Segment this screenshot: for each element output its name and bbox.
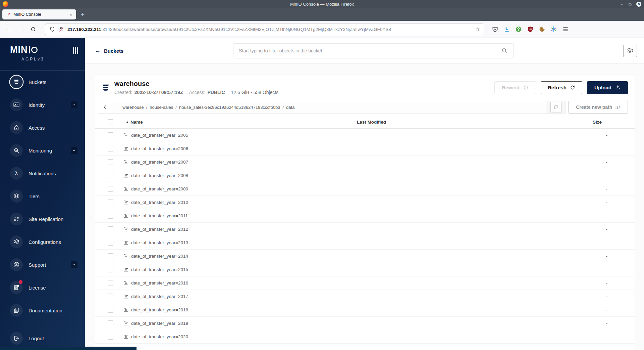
breadcrumb-segment[interactable]: data xyxy=(286,105,294,110)
cookie-icon[interactable] xyxy=(539,26,545,33)
object-name[interactable]: date_of_transfer_year=2007 xyxy=(131,160,188,165)
table-row[interactable]: date_of_transfer_year=2005 - xyxy=(95,128,635,142)
object-name[interactable]: date_of_transfer_year=2020 xyxy=(131,334,188,339)
column-size[interactable]: Size xyxy=(593,116,635,128)
object-name[interactable]: date_of_transfer_year=2013 xyxy=(131,240,188,245)
object-name[interactable]: date_of_transfer_year=2006 xyxy=(131,146,188,151)
row-checkbox[interactable] xyxy=(108,294,113,299)
table-row[interactable]: date_of_transfer_year=2013 - xyxy=(95,236,635,249)
upload-button[interactable]: Upload xyxy=(587,81,628,94)
row-checkbox[interactable] xyxy=(108,240,113,246)
table-row[interactable]: date_of_transfer_year=2018 - xyxy=(95,303,635,316)
sort-asc-icon[interactable]: ▲ xyxy=(126,120,129,124)
table-row[interactable]: date_of_transfer_year=2016 - xyxy=(95,276,635,290)
breadcrumb-segment[interactable]: house-sales xyxy=(150,105,173,110)
sidebar-item-buckets[interactable]: Buckets xyxy=(0,71,85,93)
back-to-buckets-link[interactable]: ← Buckets xyxy=(95,47,123,54)
table-row[interactable]: date_of_transfer_year=2006 - xyxy=(95,142,635,155)
object-name[interactable]: date_of_transfer_year=2008 xyxy=(131,173,188,178)
container-icon[interactable] xyxy=(550,26,557,33)
create-new-path-button[interactable]: Create new path :// xyxy=(568,101,628,114)
object-name[interactable]: date_of_transfer_year=2012 xyxy=(131,227,188,232)
privacy-badger-icon[interactable] xyxy=(515,26,522,33)
refresh-button[interactable]: Refresh xyxy=(541,81,582,94)
row-checkbox[interactable] xyxy=(108,226,113,232)
sidebar-item-configurations[interactable]: Configurations xyxy=(0,230,85,253)
row-checkbox[interactable] xyxy=(108,320,113,326)
object-name[interactable]: date_of_transfer_year=2019 xyxy=(131,321,188,326)
breadcrumb-segment[interactable]: warehouse xyxy=(122,105,144,110)
table-row[interactable]: date_of_transfer_year=2019 - xyxy=(95,316,635,330)
forward-icon[interactable]: → xyxy=(16,24,26,34)
table-row[interactable]: date_of_transfer_year=2008 - xyxy=(95,169,635,182)
breadcrumb-segment[interactable]: house_sales-3ec96c19a6244d5186247193cccf… xyxy=(179,105,280,110)
url-bar[interactable]: 217.160.222.211:31429/buckets/warehouse/… xyxy=(45,24,484,35)
object-name[interactable]: date_of_transfer_year=2015 xyxy=(131,267,188,272)
object-name[interactable]: date_of_transfer_year=2010 xyxy=(131,200,188,205)
table-row[interactable]: date_of_transfer_year=2014 - xyxy=(95,249,635,263)
filter-objects-search[interactable] xyxy=(233,43,514,58)
row-checkbox[interactable] xyxy=(108,132,113,138)
chevron-up-icon[interactable] xyxy=(71,101,77,108)
column-last-modified[interactable]: Last Modified xyxy=(357,116,593,128)
row-checkbox[interactable] xyxy=(108,173,113,178)
search-input[interactable] xyxy=(239,48,501,53)
chevron-up-icon[interactable] xyxy=(71,147,77,154)
row-checkbox[interactable] xyxy=(108,280,113,286)
browser-tab[interactable]: MinIO Console × xyxy=(2,9,76,19)
back-icon[interactable]: ← xyxy=(4,24,14,34)
sidebar-item-notifications[interactable]: λ Notifications xyxy=(0,162,85,185)
table-row[interactable]: date_of_transfer_year=2009 - xyxy=(95,182,635,195)
pocket-icon[interactable] xyxy=(492,26,498,33)
sidebar-item-tiers[interactable]: Tiers xyxy=(0,185,85,208)
select-all-checkbox[interactable] xyxy=(108,119,113,125)
row-checkbox[interactable] xyxy=(108,253,113,259)
table-row[interactable]: date_of_transfer_year=2012 - xyxy=(95,222,635,236)
tab-close-icon[interactable]: × xyxy=(69,12,73,17)
object-name[interactable]: date_of_transfer_year=2017 xyxy=(131,294,188,299)
breadcrumb-back-button[interactable] xyxy=(98,101,112,113)
reload-icon[interactable] xyxy=(28,24,38,34)
table-row[interactable]: date_of_transfer_year=2015 - xyxy=(95,263,635,276)
object-name[interactable]: date_of_transfer_year=2018 xyxy=(131,307,188,312)
sidebar-collapse-icon[interactable] xyxy=(73,47,78,54)
sidebar-item-license[interactable]: License xyxy=(0,276,85,299)
row-checkbox[interactable] xyxy=(108,307,113,313)
row-checkbox[interactable] xyxy=(108,186,113,192)
row-checkbox[interactable] xyxy=(108,213,113,219)
url-text[interactable]: 217.160.222.211:31429/buckets/warehouse/… xyxy=(67,27,473,32)
table-row[interactable]: date_of_transfer_year=2011 - xyxy=(95,209,635,222)
object-name[interactable]: date_of_transfer_year=2014 xyxy=(131,254,188,259)
table-row[interactable]: date_of_transfer_year=2020 - xyxy=(95,330,635,343)
chevron-up-icon[interactable] xyxy=(71,261,77,268)
insecure-lock-icon[interactable] xyxy=(58,26,64,32)
settings-gear-button[interactable] xyxy=(623,45,637,57)
close-icon[interactable]: ✕ xyxy=(636,2,641,7)
row-checkbox[interactable] xyxy=(108,334,113,340)
copy-path-button[interactable] xyxy=(550,102,561,113)
download-icon[interactable] xyxy=(503,26,510,33)
sidebar-item-access[interactable]: Access xyxy=(0,116,85,139)
minimize-icon[interactable]: ⌄ xyxy=(621,2,624,6)
table-row[interactable]: date_of_transfer_year=2007 - xyxy=(95,155,635,169)
maximize-icon[interactable]: ◇ xyxy=(629,2,632,6)
new-tab-button[interactable]: + xyxy=(81,11,85,18)
menu-icon[interactable] xyxy=(562,26,569,33)
row-checkbox[interactable] xyxy=(108,200,113,205)
column-name[interactable]: Name xyxy=(130,120,143,125)
ublock-icon[interactable]: uO xyxy=(527,26,534,33)
rewind-button[interactable]: Rewind xyxy=(494,81,536,94)
sidebar-item-monitoring[interactable]: Monitoring xyxy=(0,139,85,162)
sidebar-item-logout[interactable]: Logout xyxy=(0,327,85,350)
object-name[interactable]: date_of_transfer_year=2011 xyxy=(131,213,188,218)
object-name[interactable]: date_of_transfer_year=2016 xyxy=(131,280,188,286)
access-value[interactable]: PUBLIC xyxy=(207,90,225,95)
bookmark-star-icon[interactable]: ☆ xyxy=(476,26,480,32)
row-checkbox[interactable] xyxy=(108,159,113,165)
table-row[interactable]: date_of_transfer_year=2017 - xyxy=(95,290,635,303)
sidebar-item-site-replication[interactable]: Site Replication xyxy=(0,208,85,230)
row-checkbox[interactable] xyxy=(108,267,113,272)
row-checkbox[interactable] xyxy=(108,146,113,151)
sidebar-item-support[interactable]: Support xyxy=(0,253,85,276)
sidebar-item-documentation[interactable]: Documentation xyxy=(0,299,85,322)
